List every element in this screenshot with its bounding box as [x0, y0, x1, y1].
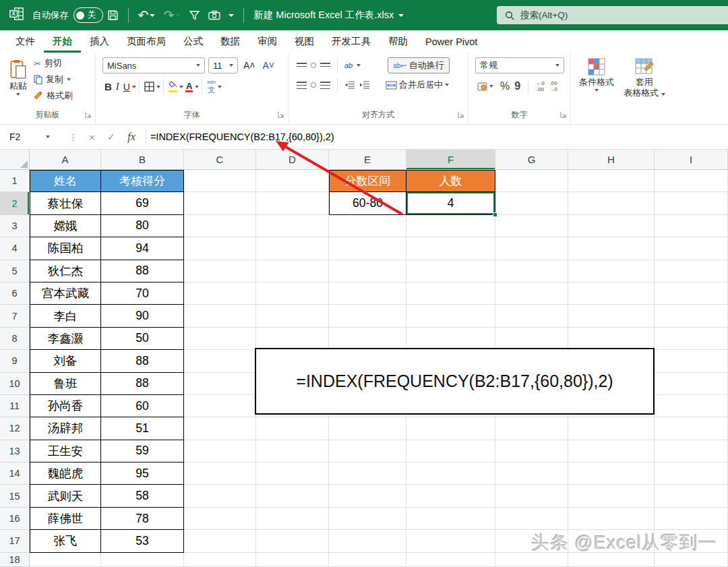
cell-B11[interactable]: 60 — [101, 395, 184, 417]
cell-D3[interactable] — [256, 215, 329, 237]
column-header-D[interactable]: D — [256, 150, 329, 170]
cell-H1[interactable] — [568, 170, 655, 192]
confirm-entry-button[interactable]: ✓ — [107, 131, 116, 143]
row-header-4[interactable]: 4 — [0, 237, 30, 260]
cell-D1[interactable] — [256, 170, 329, 192]
row-header-16[interactable]: 16 — [0, 508, 30, 530]
cell-I12[interactable] — [655, 417, 728, 440]
row-header-10[interactable]: 10 — [0, 373, 30, 395]
row-header-7[interactable]: 7 — [0, 305, 30, 327]
tab-公式[interactable]: 公式 — [175, 30, 212, 53]
cell-D4[interactable] — [256, 237, 329, 260]
column-header-F[interactable]: F — [406, 150, 495, 170]
cell-H4[interactable] — [568, 237, 655, 260]
cell-C14[interactable] — [184, 462, 256, 485]
row-header-13[interactable]: 13 — [0, 440, 30, 462]
row-header-14[interactable]: 14 — [0, 462, 30, 485]
cell-E13[interactable] — [329, 440, 406, 462]
insert-function-button[interactable]: fx — [127, 131, 135, 143]
align-left-icon[interactable] — [297, 82, 307, 89]
format-as-table-button[interactable]: 套用 表格格式 — [624, 54, 665, 98]
cell-F13[interactable] — [406, 440, 495, 462]
document-title[interactable]: 新建 Microsoft Excel 工作表.xlsx — [253, 9, 404, 22]
formula-input[interactable]: =INDEX(FREQUENCY(B2:B17,{60,80}),2) — [150, 131, 334, 142]
cell-A4[interactable]: 陈国柏 — [30, 237, 101, 260]
cell-G1[interactable] — [495, 170, 568, 192]
cell-D6[interactable] — [256, 282, 329, 305]
cell-A15[interactable]: 武则天 — [30, 485, 101, 507]
cell-A1[interactable]: 姓名 — [30, 170, 101, 192]
cell-B3[interactable]: 80 — [101, 215, 184, 237]
cell-I6[interactable] — [655, 282, 728, 305]
row-header-17[interactable]: 17 — [0, 530, 30, 552]
increase-indent-icon[interactable] — [359, 81, 370, 89]
align-middle-button[interactable] — [311, 63, 316, 68]
align-bottom-icon[interactable] — [320, 63, 330, 68]
filter-button[interactable] — [189, 10, 200, 21]
cell-E14[interactable] — [329, 462, 406, 485]
cell-B12[interactable]: 51 — [101, 417, 184, 440]
cell-C10[interactable] — [184, 373, 256, 395]
italic-button[interactable]: I — [114, 80, 121, 94]
cell-A12[interactable]: 汤辟邦 — [30, 417, 101, 440]
cell-A7[interactable]: 李白 — [30, 305, 101, 327]
column-header-A[interactable]: A — [30, 150, 101, 170]
row-header-3[interactable]: 3 — [0, 215, 30, 237]
bold-button[interactable]: B — [102, 80, 114, 94]
cell-A3[interactable]: 嫦娥 — [30, 215, 101, 237]
cell-D8[interactable] — [256, 328, 329, 350]
cell-D5[interactable] — [256, 260, 329, 282]
cell-B6[interactable]: 70 — [101, 282, 184, 305]
cell-C9[interactable] — [184, 350, 256, 372]
cell-A8[interactable]: 李鑫灏 — [30, 328, 101, 350]
save-button[interactable] — [107, 9, 119, 21]
cell-I13[interactable] — [655, 440, 728, 462]
chevron-down-icon[interactable] — [357, 64, 361, 67]
cell-I1[interactable] — [655, 170, 728, 192]
percent-style-button[interactable]: % — [500, 80, 510, 92]
borders-button[interactable] — [142, 80, 156, 93]
cell-I15[interactable] — [655, 485, 728, 507]
cell-I9[interactable] — [655, 350, 728, 372]
cell-F16[interactable] — [406, 508, 495, 530]
cell-H13[interactable] — [568, 440, 655, 462]
cell-F5[interactable] — [406, 260, 495, 282]
chevron-down-icon[interactable] — [156, 86, 160, 88]
copy-button[interactable]: 复制 — [34, 71, 73, 88]
cell-C1[interactable] — [184, 170, 256, 192]
tab-数据[interactable]: 数据 — [212, 30, 249, 53]
autosave-control[interactable]: 自动保存 关 — [32, 7, 103, 23]
cell-I11[interactable] — [655, 395, 728, 417]
cell-B16[interactable]: 78 — [101, 508, 184, 530]
cell-G7[interactable] — [495, 305, 568, 327]
paste-button[interactable]: 粘贴 — [9, 55, 27, 104]
column-header-I[interactable]: I — [655, 150, 728, 170]
row-header-8[interactable]: 8 — [0, 328, 30, 350]
search-input[interactable]: 搜索(Alt+Q) — [497, 6, 728, 24]
chevron-down-icon[interactable] — [150, 14, 155, 17]
cell-C17[interactable] — [184, 530, 256, 552]
dialog-launcher-icon[interactable] — [278, 110, 284, 120]
cell-I2[interactable] — [655, 192, 728, 214]
column-header-G[interactable]: G — [495, 150, 568, 170]
cell-F2[interactable]: 4 — [406, 192, 495, 214]
phonetic-guide-button[interactable]: wén 文 — [205, 78, 218, 95]
formula-bar-handle-icon[interactable]: ⋮ — [69, 132, 78, 142]
cell-F17[interactable] — [406, 530, 495, 552]
cell-C8[interactable] — [184, 328, 256, 350]
cell-C13[interactable] — [184, 440, 256, 462]
cell-B10[interactable]: 88 — [101, 373, 184, 395]
cell-E18[interactable] — [329, 553, 406, 567]
cell-B13[interactable]: 59 — [101, 440, 184, 462]
select-all-corner[interactable] — [0, 150, 30, 170]
column-header-B[interactable]: B — [101, 150, 184, 170]
decrease-font-size-button[interactable]: A˅ — [261, 59, 277, 72]
cell-G14[interactable] — [495, 462, 568, 485]
cell-F18[interactable] — [406, 553, 495, 567]
align-right-icon[interactable] — [320, 82, 330, 89]
cell-H15[interactable] — [568, 485, 655, 507]
fill-color-button[interactable] — [166, 80, 179, 94]
cell-H2[interactable] — [568, 192, 655, 214]
cell-C15[interactable] — [184, 485, 256, 507]
dialog-launcher-icon[interactable] — [85, 110, 92, 120]
